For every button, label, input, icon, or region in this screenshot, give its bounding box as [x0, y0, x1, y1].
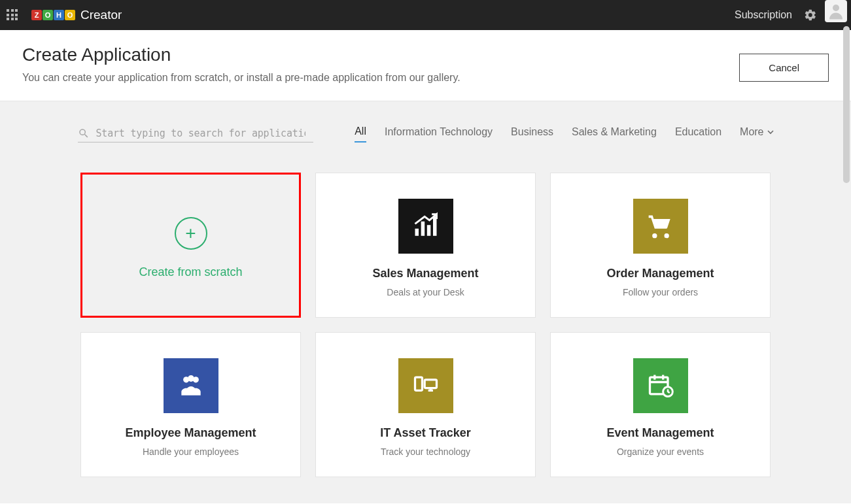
app-subtitle: Deals at your Desk: [387, 287, 464, 297]
app-title: Event Management: [606, 426, 714, 440]
app-title: Order Management: [606, 267, 714, 280]
scrollbar[interactable]: [843, 26, 850, 183]
app-card-employee-management[interactable]: Employee Management Handle your employee…: [80, 332, 301, 477]
app-title: IT Asset Tracker: [380, 426, 470, 440]
app-card-sales-management[interactable]: Sales Management Deals at your Desk: [315, 173, 536, 318]
svg-rect-7: [425, 379, 436, 388]
app-title: Sales Management: [372, 267, 478, 280]
tab-all[interactable]: All: [355, 126, 366, 143]
page-header: Create Application You can create your a…: [0, 30, 851, 101]
svg-point-2: [833, 5, 839, 11]
calendar-clock-icon: [633, 358, 688, 413]
filter-row: All Information Technology Business Sale…: [73, 125, 779, 143]
search-input[interactable]: [96, 127, 305, 139]
chart-arrow-icon: [398, 199, 453, 254]
chevron-down-icon: [767, 129, 774, 135]
create-from-scratch-card[interactable]: + Create from scratch: [80, 173, 301, 318]
apps-menu-icon[interactable]: [7, 9, 18, 21]
computer-icon: [398, 358, 453, 413]
app-card-order-management[interactable]: Order Management Follow your orders: [550, 173, 771, 318]
app-subtitle: Track your technology: [381, 446, 470, 457]
plus-icon: +: [175, 217, 207, 250]
cart-icon: [633, 199, 688, 254]
tab-business[interactable]: Business: [511, 126, 553, 142]
cancel-button[interactable]: Cancel: [739, 54, 829, 82]
create-from-scratch-label: Create from scratch: [139, 265, 242, 279]
subscription-link[interactable]: Subscription: [735, 9, 792, 21]
brand-logo[interactable]: ZOHO Creator: [31, 8, 122, 22]
tab-more[interactable]: More: [740, 126, 773, 142]
app-title: Employee Management: [125, 426, 256, 440]
category-tabs: All Information Technology Business Sale…: [355, 126, 773, 143]
app-subtitle: Follow your orders: [623, 287, 698, 297]
card-grid: + Create from scratch Sales Management D…: [79, 173, 773, 477]
page-subtitle: You can create your application from scr…: [22, 72, 460, 84]
product-name: Creator: [80, 8, 122, 22]
gear-icon[interactable]: [804, 8, 817, 22]
tab-sales-marketing[interactable]: Sales & Marketing: [572, 126, 657, 142]
svg-point-5: [188, 375, 194, 382]
app-card-event-management[interactable]: Event Management Organize your events: [550, 332, 771, 477]
people-icon: [164, 358, 218, 413]
workspace: All Information Technology Business Sale…: [0, 101, 851, 503]
app-subtitle: Handle your employees: [143, 446, 239, 457]
search-wrap: [78, 125, 313, 143]
tab-information-technology[interactable]: Information Technology: [385, 126, 493, 142]
page-title: Create Application: [22, 44, 460, 65]
app-card-it-asset-tracker[interactable]: IT Asset Tracker Track your technology: [315, 332, 536, 477]
tab-education[interactable]: Education: [675, 126, 721, 142]
more-label: More: [740, 126, 763, 138]
search-icon: [78, 127, 90, 139]
app-subtitle: Organize your events: [617, 446, 704, 457]
top-bar: ZOHO Creator Subscription: [0, 0, 851, 30]
avatar[interactable]: [825, 0, 847, 22]
svg-rect-6: [415, 377, 422, 390]
